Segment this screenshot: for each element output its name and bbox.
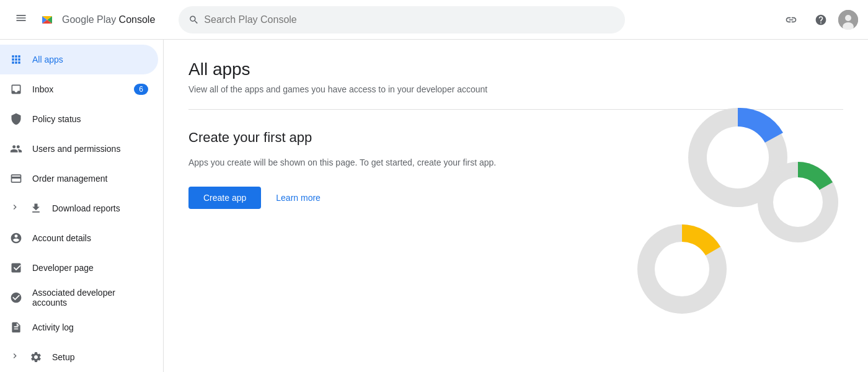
sidebar-label-policy-status: Policy status bbox=[32, 114, 148, 124]
search-bar[interactable] bbox=[179, 6, 625, 33]
sidebar-label-associated-dev-accounts: Associated developer accounts bbox=[32, 288, 148, 308]
avatar-icon bbox=[838, 10, 858, 30]
logo-text: Google Play Console bbox=[62, 14, 155, 25]
btn-row: Create app Learn more bbox=[188, 187, 536, 209]
sidebar-item-download-reports[interactable]: Download reports bbox=[0, 193, 158, 223]
link-icon-btn[interactable] bbox=[779, 7, 804, 32]
sidebar-item-account-details[interactable]: Account details bbox=[0, 223, 158, 253]
inbox-icon bbox=[10, 83, 22, 95]
pie-chart-medium-svg bbox=[632, 219, 732, 319]
sidebar-item-developer-page[interactable]: Developer page bbox=[0, 253, 158, 283]
grid-icon bbox=[10, 53, 22, 66]
search-input[interactable] bbox=[204, 14, 615, 25]
svg-point-9 bbox=[773, 177, 823, 227]
expand-setup-icon bbox=[10, 351, 20, 363]
topnav-left: Google Play Console bbox=[10, 7, 171, 32]
sidebar-label-all-apps: All apps bbox=[32, 55, 148, 64]
svg-point-7 bbox=[655, 242, 709, 296]
help-icon bbox=[815, 14, 827, 26]
help-icon-btn[interactable] bbox=[808, 7, 833, 32]
sidebar-item-activity-log[interactable]: Activity log bbox=[0, 312, 158, 342]
topnav: Google Play Console bbox=[0, 0, 868, 40]
create-section: Create your first app Apps you create wi… bbox=[188, 130, 536, 209]
sidebar-item-users-permissions[interactable]: Users and permissions bbox=[0, 134, 158, 164]
activity-icon bbox=[10, 321, 22, 334]
pie-chart-medium bbox=[632, 219, 732, 319]
sidebar-label-order-management: Order management bbox=[32, 174, 148, 184]
download-icon bbox=[30, 202, 42, 215]
create-desc: Apps you create will be shown on this pa… bbox=[188, 156, 536, 169]
sidebar-label-developer-page: Developer page bbox=[32, 263, 148, 273]
page-subtitle: View all of the apps and games you have … bbox=[188, 84, 843, 94]
sidebar-label-setup: Setup bbox=[52, 352, 148, 362]
topnav-right bbox=[779, 7, 858, 32]
developer-icon bbox=[10, 262, 22, 274]
inbox-badge: 6 bbox=[134, 84, 148, 95]
sidebar: All apps Inbox 6 Policy status bbox=[0, 40, 164, 372]
sidebar-item-inbox[interactable]: Inbox 6 bbox=[0, 74, 158, 104]
sidebar-item-associated-dev-accounts[interactable]: Associated developer accounts bbox=[0, 283, 158, 312]
page-title: All apps bbox=[188, 60, 843, 79]
logo-icon bbox=[37, 10, 57, 30]
sidebar-label-download-reports: Download reports bbox=[52, 203, 148, 213]
create-app-button[interactable]: Create app bbox=[188, 187, 261, 209]
sidebar-item-setup[interactable]: Setup bbox=[0, 342, 158, 372]
pie-chart-small-svg bbox=[753, 157, 843, 247]
people-icon bbox=[10, 143, 22, 155]
sidebar-item-order-management[interactable]: Order management bbox=[0, 164, 158, 193]
sidebar-label-users-permissions: Users and permissions bbox=[32, 144, 148, 154]
learn-more-link[interactable]: Learn more bbox=[276, 193, 321, 203]
main-content: All apps View all of the apps and games … bbox=[164, 40, 868, 372]
sidebar-item-policy-status[interactable]: Policy status bbox=[0, 104, 158, 134]
associated-icon bbox=[10, 291, 22, 304]
svg-point-2 bbox=[845, 15, 851, 21]
main-layout: All apps Inbox 6 Policy status bbox=[0, 40, 868, 372]
expand-left-icon bbox=[10, 202, 20, 215]
account-circle-icon bbox=[10, 232, 22, 244]
hamburger-icon[interactable] bbox=[10, 7, 32, 32]
settings-icon bbox=[30, 351, 42, 363]
avatar[interactable] bbox=[838, 10, 858, 30]
sidebar-label-activity-log: Activity log bbox=[32, 322, 148, 332]
shield-icon bbox=[10, 113, 22, 125]
sidebar-item-all-apps[interactable]: All apps bbox=[0, 45, 158, 74]
sidebar-label-inbox: Inbox bbox=[32, 84, 124, 94]
link-icon bbox=[785, 14, 797, 26]
logo-area: Google Play Console bbox=[37, 10, 155, 30]
illustration bbox=[583, 102, 843, 337]
create-title: Create your first app bbox=[188, 130, 536, 146]
sidebar-label-account-details: Account details bbox=[32, 233, 148, 243]
pie-chart-small bbox=[753, 157, 843, 247]
search-icon bbox=[188, 14, 199, 25]
credit-card-icon bbox=[10, 172, 22, 185]
